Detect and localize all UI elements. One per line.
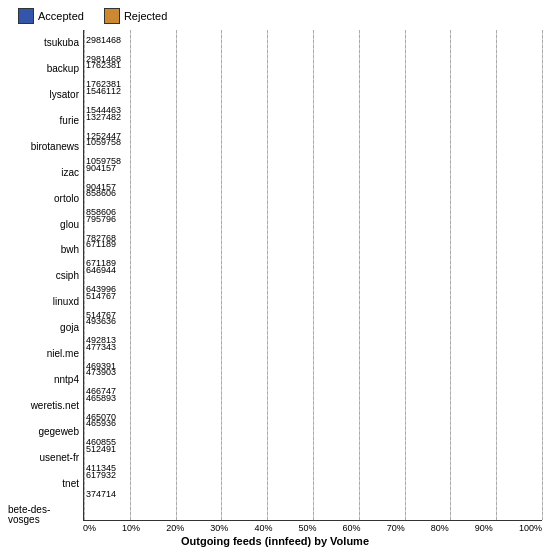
bar-accepted-label: 477343 [86,342,116,352]
bar-row: 477343469391 [84,342,542,362]
y-label: weretis.net [31,401,79,411]
bar-accepted-label: 1059758 [86,137,121,147]
chart-body: tsukubabackuplysatorfuriebirotanewsizaco… [8,30,542,533]
bar-accepted-label: 858606 [86,188,116,198]
y-label: bete-des-vosges [8,505,79,525]
y-label: nntp4 [54,375,79,385]
bar-row: 514767514767 [84,291,542,311]
x-axis-tick: 30% [210,523,228,533]
y-label: usenet-fr [40,453,79,463]
bar-row: 512491411345 [84,444,542,464]
bar-row: 493636492813 [84,316,542,336]
bar-accepted-label: 1327482 [86,112,121,122]
x-axis-tick: 10% [122,523,140,533]
x-axis-tick: 20% [166,523,184,533]
legend: Accepted Rejected [18,8,542,24]
x-axis-tick: 60% [343,523,361,533]
y-label: izac [61,168,79,178]
chart-area: 2981468298146817623811762381154611215444… [83,30,542,521]
legend-accepted-label: Accepted [38,10,84,22]
bar-accepted-label: 514767 [86,291,116,301]
bar-row [84,495,542,515]
y-label: gegeweb [38,427,79,437]
legend-accepted-box [18,8,34,24]
bar-accepted-label: 617932 [86,470,116,480]
bar-accepted-label: 473903 [86,367,116,377]
bar-accepted-label: 646944 [86,265,116,275]
y-label: niel.me [47,349,79,359]
bar-row: 473903466747 [84,367,542,387]
y-axis-labels: tsukubabackuplysatorfuriebirotanewsizaco… [8,30,83,533]
bar-row: 15461121544463 [84,86,542,106]
bar-row: 10597581059758 [84,137,542,157]
x-axis-tick: 100% [519,523,542,533]
chart-container: Accepted Rejected tsukubabackuplysatorfu… [0,0,550,555]
bar-row: 465936460855 [84,418,542,438]
x-axis-labels: 0%10%20%30%40%50%60%70%80%90%100% [83,523,542,533]
bar-row: 17623811762381 [84,60,542,80]
y-label: linuxd [53,297,79,307]
bar-accepted-label: 465936 [86,418,116,428]
y-label: backup [47,64,79,74]
legend-accepted: Accepted [18,8,84,24]
bar-accepted-label: 795796 [86,214,116,224]
bar-accepted-label: 512491 [86,444,116,454]
y-label: tnet [62,479,79,489]
x-axis-tick: 50% [298,523,316,533]
chart-title: Outgoing feeds (innfeed) by Volume [8,535,542,547]
bar-accepted-label: 1762381 [86,60,121,70]
bar-row: 29814682981468 [84,35,542,55]
y-label: goja [60,323,79,333]
bar-accepted-label: 671189 [86,239,116,249]
bar-row: 13274821252447 [84,112,542,132]
bar-accepted-label: 1546112 [86,86,121,96]
bar-row: 904157904157 [84,163,542,183]
bar-accepted-label: 465893 [86,393,116,403]
bar-row: 795796782768 [84,214,542,234]
legend-rejected: Rejected [104,8,167,24]
bar-accepted-label: 2981468 [86,35,121,45]
bar-row: 617932374714 [84,470,542,490]
x-axis-tick: 0% [83,523,96,533]
bar-row: 465893465070 [84,393,542,413]
bar-accepted-label: 493636 [86,316,116,326]
chart-plot: 2981468298146817623811762381154611215444… [83,30,542,533]
legend-rejected-box [104,8,120,24]
y-label: lysator [50,90,79,100]
y-label: glou [60,220,79,230]
grid-line [542,30,543,520]
x-axis-tick: 80% [431,523,449,533]
y-label: furie [60,116,79,126]
y-label: bwh [61,245,79,255]
bar-row: 646944643996 [84,265,542,285]
bar-row: 671189671189 [84,239,542,259]
x-axis-tick: 90% [475,523,493,533]
bars-area: 2981468298146817623811762381154611215444… [84,30,542,520]
x-axis-tick: 70% [387,523,405,533]
bar-accepted-label: 904157 [86,163,116,173]
legend-rejected-label: Rejected [124,10,167,22]
y-label: birotanews [31,142,79,152]
y-label: tsukuba [44,38,79,48]
y-label: csiph [56,271,79,281]
y-label: ortolo [54,194,79,204]
bar-row: 858606858606 [84,188,542,208]
x-axis-tick: 40% [254,523,272,533]
